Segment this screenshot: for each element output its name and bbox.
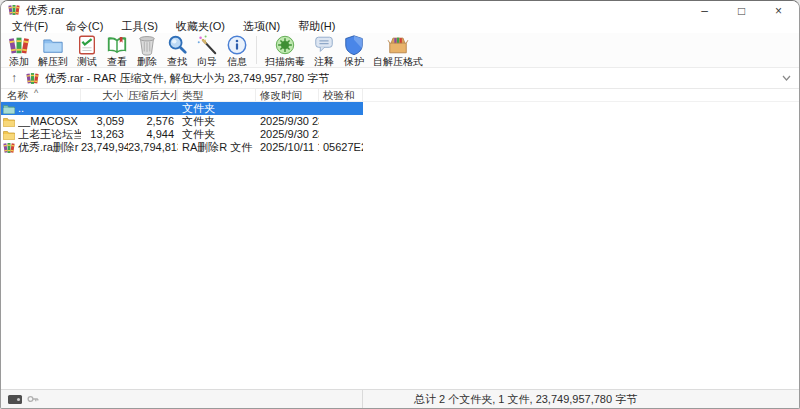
address-bar: ↑ 优秀.rar - RAR 压缩文件, 解包大小为 23,749,957,78… bbox=[1, 68, 799, 89]
folder-icon bbox=[3, 129, 15, 141]
find-label: 查找 bbox=[167, 56, 187, 67]
winrar-logo-icon bbox=[8, 2, 20, 20]
status-bar-left bbox=[1, 390, 363, 408]
folder-icon bbox=[3, 116, 15, 128]
protect-icon bbox=[343, 34, 365, 56]
column-header-modified[interactable]: 修改时间 bbox=[256, 89, 319, 101]
test-icon bbox=[76, 34, 98, 56]
wizard-label: 向导 bbox=[197, 56, 217, 67]
file-name: 上老王论坛当老王 bbox=[18, 128, 81, 141]
menu-help[interactable]: 帮助(H) bbox=[289, 20, 344, 33]
file-packed-size: 4,944 bbox=[128, 128, 178, 141]
column-header-type[interactable]: 类型 bbox=[178, 89, 256, 101]
menu-favorites[interactable]: 收藏夹(O) bbox=[167, 20, 234, 33]
menu-file[interactable]: 文件(F) bbox=[3, 20, 57, 33]
file-type: RA删除R 文件 bbox=[178, 141, 256, 154]
wizard-button[interactable]: 向导 bbox=[192, 34, 222, 67]
window-controls: – □ × bbox=[686, 1, 799, 20]
drive-icon[interactable] bbox=[8, 395, 22, 404]
find-icon bbox=[166, 34, 188, 56]
file-modified: 2025/10/11 1... bbox=[256, 141, 319, 154]
protect-label: 保护 bbox=[344, 56, 364, 67]
table-row-rar-file[interactable]: 优秀.ra删除r * 23,749,941... 23,794,813... R… bbox=[1, 141, 363, 154]
table-row-folder[interactable]: 上老王论坛当老王 13,263 4,944 文件夹 2025/9/30 23:.… bbox=[1, 128, 363, 141]
close-button[interactable]: × bbox=[760, 1, 797, 20]
view-label: 查看 bbox=[107, 56, 127, 67]
table-row-macosx[interactable]: __MACOSX 3,059 2,576 文件夹 2025/9/30 23:..… bbox=[1, 115, 363, 128]
file-name: __MACOSX bbox=[18, 115, 78, 128]
add-label: 添加 bbox=[9, 56, 29, 67]
column-header-size[interactable]: 大小 bbox=[81, 89, 128, 101]
menu-commands[interactable]: 命令(C) bbox=[57, 20, 112, 33]
file-packed-size: 2,576 bbox=[128, 115, 178, 128]
column-header-name[interactable]: 名称 ^ bbox=[1, 89, 81, 101]
winrar-window: 优秀.rar – □ × 文件(F) 命令(C) 工具(S) 收藏夹(O) 选项… bbox=[0, 0, 800, 409]
info-icon bbox=[226, 34, 248, 56]
scan-virus-button[interactable]: 扫描病毒 bbox=[261, 34, 309, 67]
extract-to-label: 解压到 bbox=[38, 56, 68, 67]
toolbar-separator bbox=[256, 36, 257, 64]
protect-button[interactable]: 保护 bbox=[339, 34, 369, 67]
file-checksum: 05627E21 bbox=[319, 141, 363, 154]
sort-ascending-icon: ^ bbox=[34, 89, 38, 99]
file-list: .. 文件夹 __MACOSX 3,059 2,576 文件夹 2025 bbox=[1, 102, 799, 389]
column-header-packed-size[interactable]: 压缩后大小 bbox=[128, 89, 178, 101]
key-icon[interactable] bbox=[27, 394, 39, 404]
window-title: 优秀.rar bbox=[26, 3, 65, 18]
wizard-icon bbox=[196, 34, 218, 56]
archive-icon bbox=[26, 72, 39, 85]
file-name: 优秀.ra删除r * bbox=[18, 141, 81, 154]
menu-bar: 文件(F) 命令(C) 工具(S) 收藏夹(O) 选项(N) 帮助(H) bbox=[1, 20, 799, 33]
view-button[interactable]: 查看 bbox=[102, 34, 132, 67]
minimize-button[interactable]: – bbox=[686, 1, 723, 20]
chevron-down-icon[interactable] bbox=[782, 75, 791, 81]
delete-label: 删除 bbox=[137, 56, 157, 67]
address-combobox[interactable]: 优秀.rar - RAR 压缩文件, 解包大小为 23,749,957,780 … bbox=[26, 70, 791, 87]
menu-tools[interactable]: 工具(S) bbox=[112, 20, 167, 33]
maximize-button[interactable]: □ bbox=[723, 1, 760, 20]
file-modified: 2025/9/30 23:... bbox=[256, 128, 319, 141]
column-header-checksum[interactable]: 校验和 bbox=[319, 89, 363, 101]
file-packed-size: 23,794,813... bbox=[128, 141, 178, 154]
archive-path-text: 优秀.rar - RAR 压缩文件, 解包大小为 23,749,957,780 … bbox=[45, 71, 329, 86]
test-button[interactable]: 测试 bbox=[72, 34, 102, 67]
file-size: 23,749,941... bbox=[81, 141, 128, 154]
info-label: 信息 bbox=[227, 56, 247, 67]
file-type: 文件夹 bbox=[178, 102, 256, 115]
info-button[interactable]: 信息 bbox=[222, 34, 252, 67]
test-label: 测试 bbox=[77, 56, 97, 67]
scan-virus-icon bbox=[274, 34, 296, 56]
file-size: 3,059 bbox=[81, 115, 128, 128]
toolbar: 添加 解压到 测试 bbox=[1, 33, 799, 68]
status-total-text: 总计 2 个文件夹, 1 文件, 23,749,957,780 字节 bbox=[363, 392, 637, 407]
extract-to-icon bbox=[42, 34, 64, 56]
folder-up-icon bbox=[3, 103, 15, 115]
status-bar: 总计 2 个文件夹, 1 文件, 23,749,957,780 字节 bbox=[1, 389, 799, 408]
sfx-label: 自解压格式 bbox=[373, 56, 423, 67]
sfx-button[interactable]: 自解压格式 bbox=[369, 34, 427, 67]
sfx-icon bbox=[387, 34, 409, 56]
comment-label: 注释 bbox=[314, 56, 334, 67]
delete-icon bbox=[136, 34, 158, 56]
up-one-level-button[interactable]: ↑ bbox=[11, 71, 17, 85]
view-icon bbox=[106, 34, 128, 56]
add-archive-icon bbox=[8, 34, 30, 56]
comment-button[interactable]: 注释 bbox=[309, 34, 339, 67]
rar-file-icon bbox=[3, 142, 15, 154]
comment-icon bbox=[313, 34, 335, 56]
file-size: 13,263 bbox=[81, 128, 128, 141]
file-type: 文件夹 bbox=[178, 128, 256, 141]
file-name: .. bbox=[18, 102, 24, 115]
menu-options[interactable]: 选项(N) bbox=[234, 20, 289, 33]
extract-to-button[interactable]: 解压到 bbox=[34, 34, 72, 67]
column-header-row: 名称 ^ 大小 压缩后大小 类型 修改时间 校验和 bbox=[1, 89, 799, 102]
delete-button[interactable]: 删除 bbox=[132, 34, 162, 67]
file-type: 文件夹 bbox=[178, 115, 256, 128]
table-row-parent-dir[interactable]: .. 文件夹 bbox=[1, 102, 363, 115]
file-modified: 2025/9/30 23:... bbox=[256, 115, 319, 128]
scan-virus-label: 扫描病毒 bbox=[265, 56, 305, 67]
add-button[interactable]: 添加 bbox=[4, 34, 34, 67]
find-button[interactable]: 查找 bbox=[162, 34, 192, 67]
title-bar: 优秀.rar – □ × bbox=[1, 1, 799, 20]
